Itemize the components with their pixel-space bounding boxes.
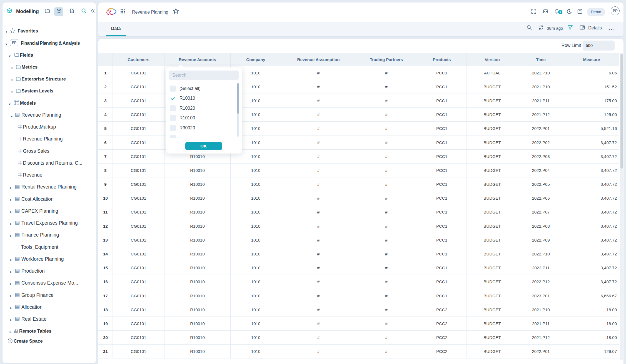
svg-text:?: ? xyxy=(579,10,581,13)
